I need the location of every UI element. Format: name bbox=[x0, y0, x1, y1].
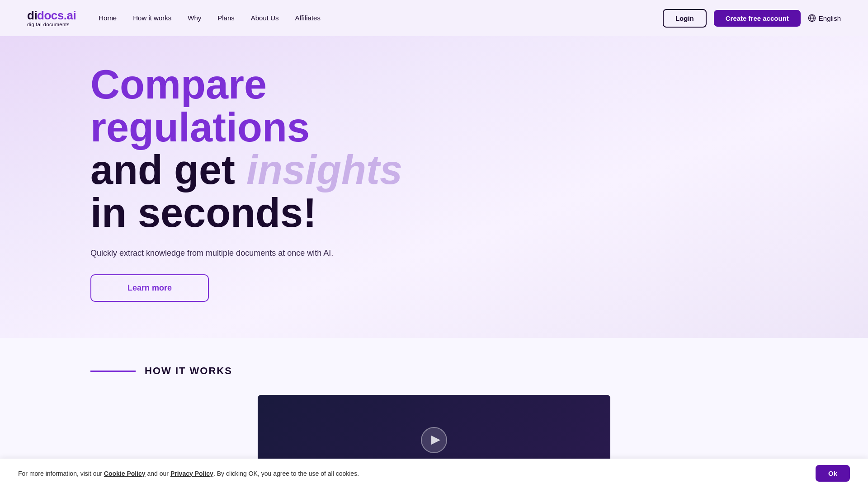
cookie-banner: For more information, visit our Cookie P… bbox=[0, 459, 868, 485]
hero-title-line3: in seconds! bbox=[90, 192, 497, 235]
nav-why[interactable]: Why bbox=[188, 14, 201, 22]
nav-how-it-works[interactable]: How it works bbox=[133, 14, 171, 22]
nav-plans[interactable]: Plans bbox=[217, 14, 235, 22]
cookie-text-prefix: For more information, visit our bbox=[18, 470, 104, 477]
hero-title-animated-word: insights bbox=[246, 147, 402, 192]
create-account-button[interactable]: Create free account bbox=[714, 10, 801, 27]
nav-links: Home How it works Why Plans About Us Aff… bbox=[99, 14, 321, 22]
cookie-policy-link[interactable]: Cookie Policy bbox=[104, 470, 146, 477]
hero-subtitle: Quickly extract knowledge from multiple … bbox=[90, 249, 497, 258]
hero-section: Compare regulations and get insights in … bbox=[0, 36, 868, 338]
logo-tagline: digital documents bbox=[27, 22, 76, 27]
section-divider bbox=[90, 371, 136, 372]
cookie-ok-button[interactable]: Ok bbox=[816, 465, 850, 482]
navbar-left: didocs.ai digital documents Home How it … bbox=[27, 9, 321, 28]
cookie-text: For more information, visit our Cookie P… bbox=[18, 470, 359, 477]
hero-title-line2-prefix: and get bbox=[90, 147, 246, 192]
section-header: HOW IT WORKS bbox=[27, 365, 841, 377]
navbar: didocs.ai digital documents Home How it … bbox=[0, 0, 868, 36]
hero-title-line2: and get insights bbox=[90, 149, 497, 192]
language-label: English bbox=[819, 14, 841, 22]
play-icon bbox=[420, 427, 448, 454]
cookie-text-suffix: . By clicking OK, you agree to the use o… bbox=[213, 470, 359, 477]
language-selector[interactable]: English bbox=[808, 14, 841, 22]
cookie-text-mid: and our bbox=[146, 470, 170, 477]
login-button[interactable]: Login bbox=[663, 9, 707, 28]
nav-affiliates[interactable]: Affiliates bbox=[295, 14, 320, 22]
privacy-policy-link[interactable]: Privacy Policy bbox=[170, 470, 213, 477]
nav-about-us[interactable]: About Us bbox=[251, 14, 279, 22]
logo-text: didocs.ai bbox=[27, 9, 76, 22]
navbar-right: Login Create free account English bbox=[663, 9, 841, 28]
globe-icon bbox=[808, 14, 816, 22]
hero-title-line1: Compare regulations bbox=[90, 63, 497, 149]
hero-content: Compare regulations and get insights in … bbox=[90, 63, 497, 302]
logo[interactable]: didocs.ai digital documents bbox=[27, 9, 76, 28]
learn-more-button[interactable]: Learn more bbox=[90, 274, 209, 302]
hero-title: Compare regulations and get insights in … bbox=[90, 63, 497, 234]
section-title: HOW IT WORKS bbox=[145, 365, 232, 377]
nav-home[interactable]: Home bbox=[99, 14, 117, 22]
